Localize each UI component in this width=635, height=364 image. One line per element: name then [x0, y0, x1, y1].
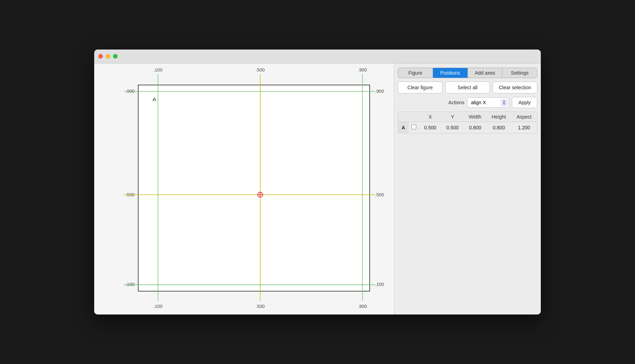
right-panel: Figure Positions Add axes Settings Clear… [394, 63, 541, 314]
row-checkbox-a[interactable] [411, 124, 416, 129]
table-header-row: X Y Width Height Aspect [398, 112, 537, 122]
tab-settings[interactable]: Settings [502, 68, 537, 78]
th-y: Y [441, 112, 464, 122]
top-label-3: .900 [358, 67, 367, 73]
figure-canvas[interactable]: .100 .500 .900 .100 .500 .900 .900 .500 … [94, 63, 394, 314]
th-width: Width [464, 112, 486, 122]
bottom-label-3: .900 [358, 304, 367, 309]
titlebar [94, 50, 541, 63]
canvas-area[interactable]: .100 .500 .900 .100 .500 .900 .900 .500 … [94, 63, 394, 314]
left-label-3: .100 [126, 282, 135, 287]
row-height-a: 0.800 [486, 122, 511, 133]
action-buttons-row: Clear figure Select all Clear selection [398, 82, 537, 93]
main-window: .100 .500 .900 .100 .500 .900 .900 .500 … [94, 50, 541, 314]
th-height: Height [486, 112, 511, 122]
top-label-1: .100 [154, 67, 163, 73]
row-width-a: 0.800 [464, 122, 486, 133]
tab-add-axes[interactable]: Add axes [468, 68, 503, 78]
clear-figure-button[interactable]: Clear figure [398, 82, 442, 93]
clear-selection-button[interactable]: Clear selection [493, 82, 537, 93]
top-label-2: .500 [256, 67, 265, 73]
row-aspect-a: 1.200 [511, 122, 537, 133]
select-all-button[interactable]: Select all [445, 82, 490, 93]
tabs-row: Figure Positions Add axes Settings [398, 68, 537, 78]
positions-table-wrapper: X Y Width Height Aspect A [398, 112, 537, 134]
subplot-label-a: A [152, 96, 156, 102]
close-button[interactable] [98, 54, 103, 59]
axes-background [138, 85, 369, 291]
maximize-button[interactable] [113, 54, 118, 59]
row-checkbox-cell-a [409, 122, 419, 133]
tab-positions[interactable]: Positions [433, 68, 468, 78]
row-name-a: A [398, 122, 409, 133]
right-label-1: .900 [375, 89, 384, 94]
apply-button[interactable]: Apply [512, 97, 537, 108]
th-aspect: Aspect [511, 112, 537, 122]
actions-label: Actions [448, 100, 464, 105]
table-row: A 0.500 0.500 0.800 0.800 1.200 [398, 122, 537, 133]
right-label-3: .100 [375, 282, 384, 287]
actions-row: Actions align X align Y distribute H dis… [398, 97, 537, 108]
th-name [398, 112, 409, 122]
actions-select[interactable]: align X align Y distribute H distribute … [467, 97, 509, 108]
actions-select-wrapper: align X align Y distribute H distribute … [467, 97, 509, 108]
th-x: X [419, 112, 441, 122]
positions-table: X Y Width Height Aspect A [398, 112, 537, 133]
bottom-label-1: .100 [154, 304, 163, 309]
row-x-a: 0.500 [419, 122, 441, 133]
row-y-a: 0.500 [441, 122, 464, 133]
tab-figure[interactable]: Figure [398, 68, 433, 78]
bottom-label-2: .500 [256, 304, 265, 309]
th-checkbox [409, 112, 419, 122]
minimize-button[interactable] [106, 54, 110, 59]
content-area: .100 .500 .900 .100 .500 .900 .900 .500 … [94, 63, 541, 314]
right-label-2: .500 [375, 192, 384, 197]
